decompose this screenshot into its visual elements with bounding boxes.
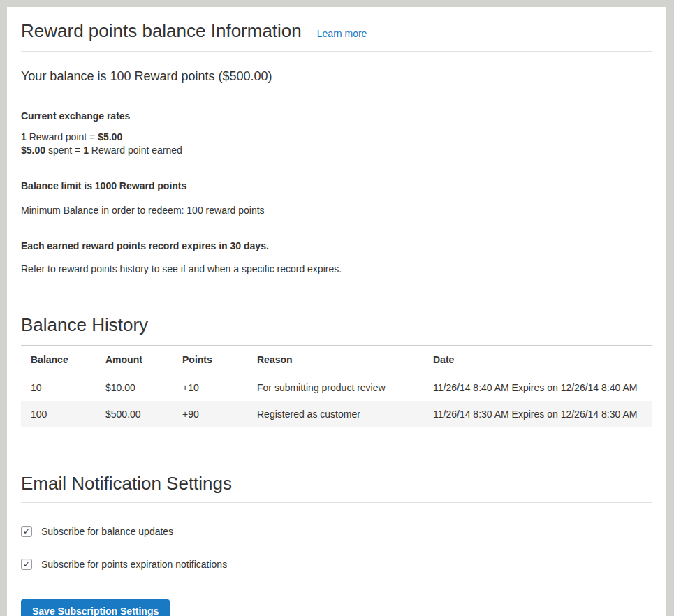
balance-history-heading: Balance History xyxy=(21,315,652,336)
cell-points: +10 xyxy=(173,374,247,401)
cell-balance: 100 xyxy=(21,401,96,427)
cell-reason: For submitting product review xyxy=(247,374,423,401)
minimum-balance-note: Minimum Balance in order to redeem: 100 … xyxy=(21,204,652,217)
column-header-reason: Reason xyxy=(247,345,423,374)
expiration-heading: Each earned reward points record expires… xyxy=(21,240,652,253)
page-title: Reward points balance Information xyxy=(21,21,302,42)
cell-date: 11/26/14 8:40 AM Expires on 12/26/14 8:4… xyxy=(423,374,652,401)
exchange-rate-line-1: 1 Reward point = $5.00 xyxy=(21,131,652,144)
learn-more-link[interactable]: Learn more xyxy=(317,28,367,39)
exchange-rates-block: 1 Reward point = $5.00 $5.00 spent = 1 R… xyxy=(21,131,652,157)
subscribe-expiration-row: ✓ Subscribe for points expiration notifi… xyxy=(21,559,652,570)
balance-summary: Your balance is 100 Reward points ($500.… xyxy=(21,70,652,83)
table-header-row: Balance Amount Points Reason Date xyxy=(21,345,652,374)
column-header-date: Date xyxy=(423,345,652,374)
column-header-points: Points xyxy=(173,345,247,374)
email-settings-heading: Email Notification Settings xyxy=(21,474,652,503)
column-header-balance: Balance xyxy=(21,345,96,374)
cell-amount: $500.00 xyxy=(96,401,173,427)
save-subscription-settings-button[interactable]: Save Subscription Settings xyxy=(21,599,170,616)
balance-history-table: Balance Amount Points Reason Date 10 $10… xyxy=(21,345,652,427)
expiration-note: Refer to reward points history to see if… xyxy=(21,263,652,276)
cell-date: 11/26/14 8:30 AM Expires on 12/26/14 8:3… xyxy=(423,401,652,427)
balance-updates-label[interactable]: Subscribe for balance updates xyxy=(41,526,173,537)
cell-balance: 10 xyxy=(21,374,96,401)
check-icon: ✓ xyxy=(23,560,30,569)
reward-points-page: Reward points balance Information Learn … xyxy=(7,7,666,616)
table-row: 100 $500.00 +90 Registered as customer 1… xyxy=(21,401,652,427)
page-header: Reward points balance Information Learn … xyxy=(21,21,652,52)
cell-amount: $10.00 xyxy=(96,374,173,401)
exchange-rate-line-2: $5.00 spent = 1 Reward point earned xyxy=(21,144,652,157)
points-expiration-label[interactable]: Subscribe for points expiration notifica… xyxy=(41,559,227,570)
cell-reason: Registered as customer xyxy=(247,401,423,427)
cell-points: +90 xyxy=(173,401,247,427)
subscribe-balance-updates-row: ✓ Subscribe for balance updates xyxy=(21,526,652,537)
balance-limit-note: Balance limit is 1000 Reward points xyxy=(21,179,652,193)
column-header-amount: Amount xyxy=(96,345,173,374)
balance-updates-checkbox[interactable]: ✓ xyxy=(21,526,32,537)
table-row: 10 $10.00 +10 For submitting product rev… xyxy=(21,374,652,401)
check-icon: ✓ xyxy=(23,527,30,536)
exchange-rates-heading: Current exchange rates xyxy=(21,110,652,123)
points-expiration-checkbox[interactable]: ✓ xyxy=(21,559,32,570)
